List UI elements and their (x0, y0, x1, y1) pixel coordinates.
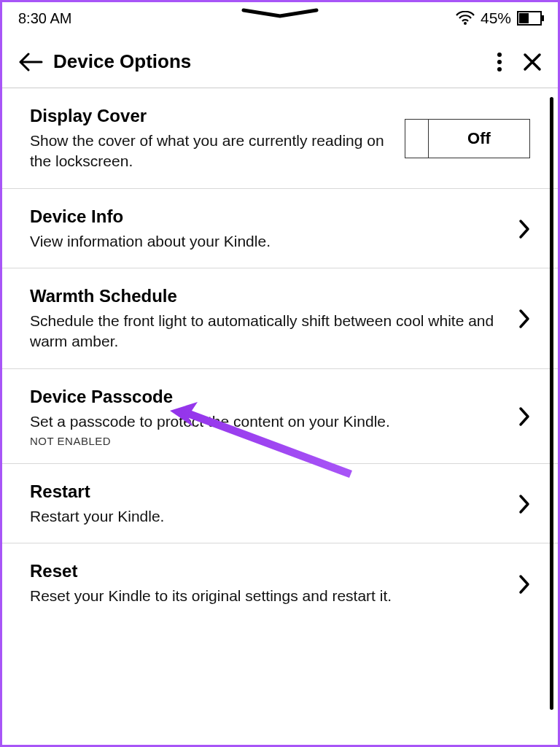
row-title: Display Cover (30, 106, 393, 126)
row-device-info[interactable]: Device Info View information about your … (2, 189, 558, 268)
row-title: Device Info (30, 206, 507, 227)
toggle-label: Off (429, 129, 529, 148)
svg-point-5 (497, 60, 502, 64)
row-status: NOT ENABLED (30, 435, 507, 447)
chevron-right-icon (518, 309, 530, 329)
page-title: Device Options (53, 50, 497, 73)
wifi-icon (456, 11, 475, 26)
row-reset[interactable]: Reset Reset your Kindle to its original … (2, 543, 558, 622)
svg-rect-3 (519, 13, 529, 23)
drag-handle-icon (240, 8, 320, 20)
arrow-left-icon (18, 53, 43, 71)
row-title: Warmth Schedule (30, 286, 507, 306)
row-desc: Schedule the front light to automaticall… (30, 311, 507, 352)
more-vert-icon[interactable] (497, 52, 502, 72)
row-title: Device Passcode (30, 387, 507, 407)
scrollbar[interactable] (550, 97, 553, 710)
page-header: Device Options (2, 30, 558, 88)
row-desc: Set a passcode to protect the content on… (30, 411, 507, 432)
battery-percent: 45% (481, 9, 511, 27)
row-restart[interactable]: Restart Restart your Kindle. (2, 464, 558, 543)
row-desc: Show the cover of what you are currently… (30, 131, 393, 172)
row-desc: View information about your Kindle. (30, 231, 507, 252)
chevron-right-icon (518, 219, 530, 239)
row-warmth-schedule[interactable]: Warmth Schedule Schedule the front light… (2, 268, 558, 369)
row-desc: Reset your Kindle to its original settin… (30, 586, 507, 606)
chevron-right-icon (518, 574, 530, 595)
settings-list: Display Cover Show the cover of what you… (2, 88, 558, 623)
display-cover-toggle[interactable]: Off (405, 119, 530, 158)
row-desc: Restart your Kindle. (30, 506, 507, 527)
close-icon[interactable] (523, 53, 542, 71)
battery-icon (517, 11, 545, 26)
chevron-right-icon (518, 406, 530, 427)
row-display-cover[interactable]: Display Cover Show the cover of what you… (2, 88, 558, 189)
back-button[interactable] (18, 53, 47, 71)
toggle-knob (405, 120, 429, 158)
row-device-passcode[interactable]: Device Passcode Set a passcode to protec… (2, 369, 558, 464)
clock: 8:30 AM (18, 10, 71, 27)
svg-point-6 (497, 67, 502, 71)
svg-point-0 (464, 22, 467, 25)
chevron-right-icon (518, 494, 530, 514)
svg-point-4 (497, 53, 502, 57)
svg-rect-2 (542, 15, 544, 21)
row-title: Reset (30, 561, 507, 581)
row-title: Restart (30, 481, 507, 502)
